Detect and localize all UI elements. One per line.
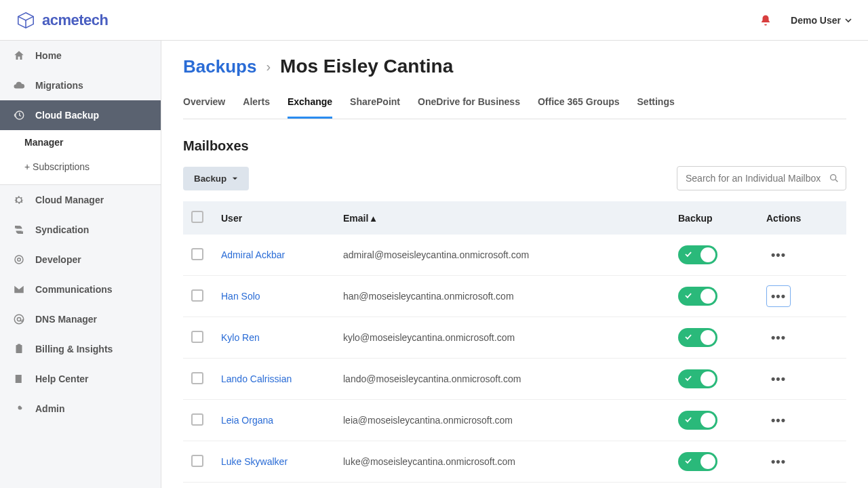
user-link[interactable]: Han Solo — [221, 291, 260, 302]
table-row: Maz Kanatamaz@moseisleycantina.onmicroso… — [183, 483, 846, 489]
tab-overview[interactable]: Overview — [183, 89, 225, 119]
bell-icon[interactable] — [760, 14, 772, 26]
chevron-right-icon: › — [266, 59, 271, 75]
brand[interactable]: acmetech — [16, 11, 108, 30]
row-actions-button[interactable]: ••• — [766, 409, 791, 431]
at-icon — [12, 312, 26, 326]
sidebar-item-developer[interactable]: Developer — [0, 245, 161, 274]
toggle-knob — [701, 454, 715, 469]
select-all-checkbox[interactable] — [191, 211, 203, 223]
sidebar-item-admin[interactable]: Admin — [0, 394, 161, 424]
user-email: leia@moseisleycantina.onmicrosoft.com — [343, 415, 513, 426]
caret-down-icon — [232, 176, 238, 182]
content: Backups › Mos Eisley Cantina Overview Al… — [161, 41, 868, 488]
check-icon — [684, 249, 693, 259]
user-link[interactable]: Lando Calrissian — [221, 373, 292, 384]
check-icon — [684, 291, 693, 300]
backup-toggle[interactable] — [678, 328, 717, 347]
search-box — [677, 166, 846, 190]
tab-alerts[interactable]: Alerts — [243, 89, 270, 119]
svg-point-3 — [15, 256, 23, 264]
user-email: admiral@moseisleycantina.onmicrosoft.com — [343, 249, 529, 260]
column-email[interactable]: Email▴ — [335, 201, 670, 235]
sidebar-item-communications[interactable]: Communications — [0, 274, 161, 304]
tools-icon — [12, 402, 26, 415]
dots-icon: ••• — [771, 372, 786, 386]
topbar: acmetech Demo User — [0, 0, 868, 41]
row-actions-button[interactable]: ••• — [766, 285, 791, 307]
backup-toggle[interactable] — [678, 452, 717, 471]
sidebar-sub-manager[interactable]: Manager — [0, 130, 161, 155]
column-select — [183, 201, 213, 235]
backup-toggle[interactable] — [678, 411, 717, 430]
sidebar-item-cloud-backup[interactable]: Cloud Backup — [0, 100, 161, 130]
user-link[interactable]: Luke Skywalker — [221, 456, 288, 467]
backup-toggle[interactable] — [678, 245, 717, 264]
svg-point-4 — [18, 258, 21, 262]
user-link[interactable]: Kylo Ren — [221, 332, 260, 343]
breadcrumb-current: Mos Eisley Cantina — [280, 56, 453, 77]
dots-icon: ••• — [771, 455, 786, 469]
sidebar-item-migrations[interactable]: Migrations — [0, 70, 161, 100]
column-actions: Actions — [758, 201, 846, 235]
sidebar-item-home[interactable]: Home — [0, 41, 161, 70]
row-actions-button[interactable]: ••• — [766, 327, 791, 348]
user-link[interactable]: Leia Organa — [221, 415, 273, 426]
tab-sharepoint[interactable]: SharePoint — [350, 89, 400, 119]
caret-down-icon — [845, 17, 852, 24]
sidebar-item-billing[interactable]: Billing & Insights — [0, 334, 161, 364]
clipboard-icon — [12, 342, 26, 356]
sidebar-item-label: Billing & Insights — [35, 344, 113, 354]
tab-groups[interactable]: Office 365 Groups — [538, 89, 620, 119]
backup-button[interactable]: Backup — [183, 167, 249, 190]
row-checkbox[interactable] — [191, 455, 203, 467]
check-icon — [684, 373, 693, 383]
column-backup[interactable]: Backup — [670, 201, 758, 235]
check-icon — [684, 456, 693, 466]
svg-rect-7 — [16, 345, 22, 353]
tab-settings[interactable]: Settings — [637, 89, 675, 119]
row-checkbox[interactable] — [191, 413, 203, 426]
table-row: Admiral Ackbaradmiral@moseisleycantina.o… — [183, 235, 846, 276]
row-actions-button[interactable]: ••• — [766, 244, 791, 266]
sidebar-item-label: Cloud Manager — [35, 195, 104, 205]
search-input[interactable] — [677, 166, 846, 190]
toggle-knob — [701, 413, 715, 428]
sidebar-item-dns-manager[interactable]: DNS Manager — [0, 304, 161, 334]
dots-icon: ••• — [771, 289, 786, 304]
toolbar: Backup — [183, 166, 846, 190]
sidebar-item-label: Syndication — [35, 224, 89, 235]
backup-toggle[interactable] — [678, 287, 717, 306]
tab-exchange[interactable]: Exchange — [288, 89, 332, 119]
row-actions-button[interactable]: ••• — [766, 368, 791, 390]
sidebar-item-syndication[interactable]: Syndication — [0, 215, 161, 245]
mailboxes-table: User Email▴ Backup Actions Admiral Ackba… — [183, 201, 846, 488]
sidebar-item-label: DNS Manager — [35, 314, 97, 325]
breadcrumb-root[interactable]: Backups — [183, 56, 256, 77]
user-link[interactable]: Admiral Ackbar — [221, 249, 285, 260]
table-row: Lando Calrissianlando@moseisleycantina.o… — [183, 359, 846, 400]
dots-icon: ••• — [771, 413, 786, 428]
column-user[interactable]: User — [213, 201, 335, 235]
svg-point-9 — [831, 175, 836, 180]
row-actions-button[interactable]: ••• — [766, 451, 791, 472]
svg-point-6 — [17, 317, 20, 321]
brand-name: acmetech — [42, 12, 108, 29]
sidebar-item-help-center[interactable]: Help Center — [0, 364, 161, 394]
sidebar-item-label: Help Center — [35, 373, 89, 384]
backup-toggle[interactable] — [678, 369, 717, 388]
sidebar-item-label: Cloud Backup — [35, 110, 99, 121]
cloud-icon — [12, 79, 26, 92]
row-checkbox[interactable] — [191, 372, 203, 384]
backup-button-label: Backup — [194, 174, 226, 184]
row-checkbox[interactable] — [191, 331, 203, 343]
svg-line-10 — [835, 180, 837, 182]
sidebar-item-label: Home — [35, 50, 62, 61]
sidebar-item-cloud-manager[interactable]: Cloud Manager — [0, 185, 161, 215]
user-menu[interactable]: Demo User — [791, 15, 852, 26]
row-checkbox[interactable] — [191, 248, 203, 260]
user-label: Demo User — [791, 15, 841, 26]
row-checkbox[interactable] — [191, 289, 203, 302]
tab-onedrive[interactable]: OneDrive for Business — [418, 89, 520, 119]
sidebar-sub-subscriptions[interactable]: + Subscriptions — [0, 155, 161, 179]
